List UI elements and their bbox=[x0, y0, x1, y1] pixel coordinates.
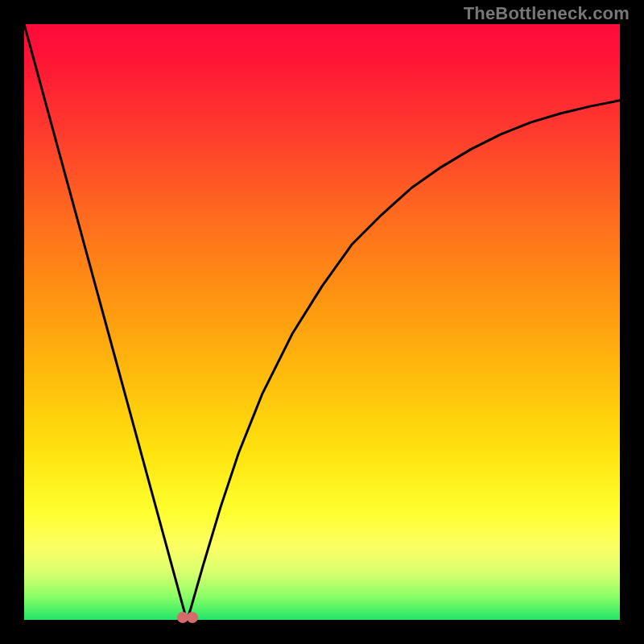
chart-frame: TheBottleneck.com bbox=[0, 0, 644, 644]
minimum-dot-b bbox=[187, 612, 198, 623]
watermark-label: TheBottleneck.com bbox=[464, 3, 630, 24]
curve-layer bbox=[24, 24, 620, 620]
bottleneck-curve bbox=[24, 24, 620, 619]
plot-area bbox=[24, 24, 620, 620]
